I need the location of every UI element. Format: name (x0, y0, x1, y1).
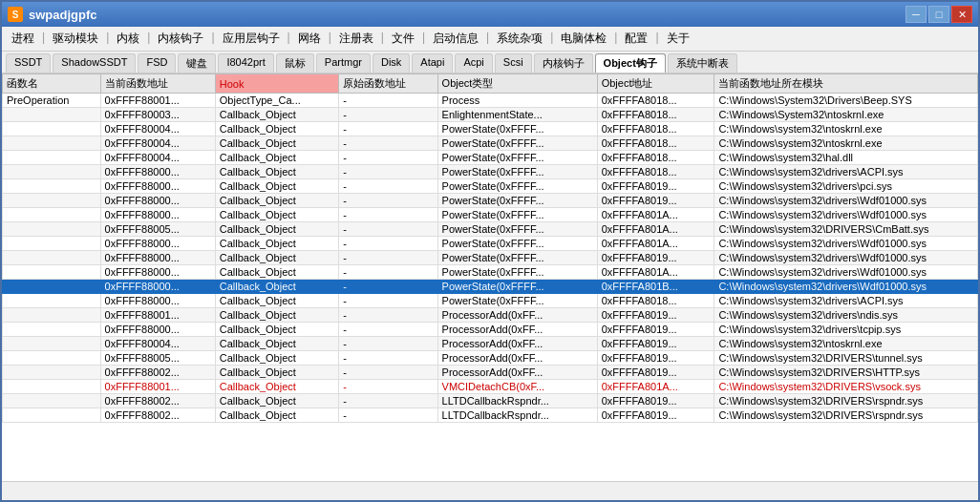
cell-0-6: C:\Windows\System32\Drivers\Beep.SYS (714, 94, 978, 108)
table-row[interactable]: 0xFFFF88002...Callback_Object-LLTDCallba… (3, 394, 978, 408)
tab-键盘[interactable]: 键盘 (178, 53, 216, 73)
table-row[interactable]: 0xFFFF88000...Callback_Object-PowerState… (3, 265, 978, 280)
cell-16-3: - (339, 323, 437, 337)
menu-item-6[interactable]: 注册表 (333, 29, 379, 49)
tab-系统中断表[interactable]: 系统中断表 (668, 53, 737, 73)
cell-21-2: Callback_Object (215, 394, 339, 408)
table-row[interactable]: 0xFFFF80004...Callback_Object-PowerState… (3, 151, 978, 165)
tab-Partmgr[interactable]: Partmgr (316, 53, 371, 73)
cell-8-0 (3, 208, 101, 222)
table-row[interactable]: 0xFFFF88000...Callback_Object-PowerState… (3, 237, 978, 251)
cell-15-6: C:\Windows\system32\drivers\ndis.sys (714, 308, 978, 323)
main-window: S swpadjgpfc ─ □ ✕ 进程|驱动模块|内核|内核钩子|应用层钩子… (0, 0, 980, 502)
cell-3-5: 0xFFFFA8018... (597, 136, 714, 151)
menu-item-9[interactable]: 系统杂项 (491, 29, 548, 49)
tab-内核钩子[interactable]: 内核钩子 (534, 53, 593, 73)
cell-13-5: 0xFFFFA801B... (597, 280, 714, 294)
cell-20-6: C:\Windows\system32\DRIVERS\vsock.sys (714, 380, 978, 394)
cell-22-5: 0xFFFFA8019... (597, 408, 714, 423)
cell-2-2: Callback_Object (215, 122, 339, 136)
tab-I8042prt[interactable]: I8042prt (218, 53, 273, 73)
cell-5-0 (3, 165, 101, 179)
cell-6-6: C:\Windows\system32\drivers\pci.sys (714, 179, 978, 194)
menu-item-11[interactable]: 配置 (619, 29, 653, 49)
menu-item-2[interactable]: 内核 (111, 29, 145, 49)
table-row[interactable]: PreOperation0xFFFF88001...ObjectType_Ca.… (3, 94, 978, 108)
cell-10-3: - (339, 237, 437, 251)
menu-item-10[interactable]: 电脑体检 (555, 29, 612, 49)
cell-22-2: Callback_Object (215, 408, 339, 423)
tab-Atapi[interactable]: Atapi (412, 53, 453, 73)
cell-12-3: - (339, 265, 437, 280)
table-row[interactable]: 0xFFFF88000...Callback_Object-PowerState… (3, 251, 978, 265)
cell-1-1: 0xFFFF80003... (100, 108, 215, 122)
menu-separator-1: | (104, 29, 111, 49)
cell-22-4: LLTDCallbackRspndr... (437, 408, 597, 423)
cell-1-6: C:\Windows\System32\ntoskrnl.exe (714, 108, 978, 122)
minimize-button[interactable]: ─ (905, 6, 927, 23)
cell-21-5: 0xFFFFA8019... (597, 394, 714, 408)
cell-14-5: 0xFFFFA8018... (597, 294, 714, 308)
table-row[interactable]: 0xFFFF88000...Callback_Object-PowerState… (3, 208, 978, 222)
cell-16-2: Callback_Object (215, 323, 339, 337)
menu-item-3[interactable]: 内核钩子 (152, 29, 209, 49)
cell-7-5: 0xFFFFA8019... (597, 194, 714, 208)
table-row[interactable]: 0xFFFF88000...Callback_Object-PowerState… (3, 194, 978, 208)
cell-16-4: ProcessorAdd(0xFF... (437, 323, 597, 337)
tab-Object钩子[interactable]: Object钩子 (595, 53, 666, 73)
tab-Scsi[interactable]: Scsi (495, 53, 532, 73)
status-bar (2, 481, 978, 500)
table-row[interactable]: 0xFFFF88005...Callback_Object-ProcessorA… (3, 351, 978, 366)
table-row[interactable]: 0xFFFF88000...Callback_Object-ProcessorA… (3, 323, 978, 337)
cell-14-6: C:\Windows\system32\drivers\ACPI.sys (714, 294, 978, 308)
table-row[interactable]: 0xFFFF88002...Callback_Object-LLTDCallba… (3, 408, 978, 423)
tab-SSDT[interactable]: SSDT (6, 53, 51, 73)
cell-2-6: C:\Windows\system32\ntoskrnl.exe (714, 122, 978, 136)
table-row[interactable]: 0xFFFF88002...Callback_Object-ProcessorA… (3, 366, 978, 380)
table-row[interactable]: 0xFFFF88001...Callback_Object-ProcessorA… (3, 308, 978, 323)
table-row[interactable]: 0xFFFF88005...Callback_Object-PowerState… (3, 222, 978, 237)
menu-item-12[interactable]: 关于 (661, 29, 695, 49)
cell-11-6: C:\Windows\system32\drivers\Wdf01000.sys (714, 251, 978, 265)
tab-鼠标[interactable]: 鼠标 (276, 53, 314, 73)
menu-item-8[interactable]: 启动信息 (427, 29, 484, 49)
menu-item-5[interactable]: 网络 (292, 29, 327, 49)
cell-10-0 (3, 237, 101, 251)
table-row[interactable]: 0xFFFF80004...Callback_Object-PowerState… (3, 136, 978, 151)
cell-15-3: - (339, 308, 437, 323)
table-row[interactable]: 0xFFFF88000...Callback_Object-PowerState… (3, 165, 978, 179)
cell-18-6: C:\Windows\system32\DRIVERS\tunnel.sys (714, 351, 978, 366)
table-row[interactable]: 0xFFFF88000...Callback_Object-PowerState… (3, 280, 978, 294)
close-button[interactable]: ✕ (951, 6, 972, 23)
table-row[interactable]: 0xFFFF88000...Callback_Object-PowerState… (3, 294, 978, 308)
table-row[interactable]: 0xFFFF80004...Callback_Object-PowerState… (3, 122, 978, 136)
cell-7-3: - (339, 194, 437, 208)
table-row[interactable]: 0xFFFF88000...Callback_Object-PowerState… (3, 179, 978, 194)
tab-Acpi[interactable]: Acpi (455, 53, 492, 73)
cell-18-3: - (339, 351, 437, 366)
maximize-button[interactable]: □ (928, 6, 949, 23)
cell-11-4: PowerState(0xFFFF... (437, 251, 597, 265)
table-row[interactable]: 0xFFFF88001...Callback_Object-VMCIDetach… (3, 380, 978, 394)
tab-FSD[interactable]: FSD (138, 53, 176, 73)
tab-ShadowSSDT[interactable]: ShadowSSDT (53, 53, 136, 73)
menu-item-7[interactable]: 文件 (386, 29, 420, 49)
tab-Disk[interactable]: Disk (373, 53, 410, 73)
menu-item-4[interactable]: 应用层钩子 (217, 29, 286, 49)
menu-separator-6: | (379, 29, 386, 49)
cell-22-3: - (339, 408, 437, 423)
cell-14-0 (3, 294, 101, 308)
cell-11-5: 0xFFFFA8019... (597, 251, 714, 265)
table-container[interactable]: 函数名当前函数地址Hook原始函数地址Object类型Object地址当前函数地… (2, 73, 978, 481)
cell-15-0 (3, 308, 101, 323)
cell-12-6: C:\Windows\system32\drivers\Wdf01000.sys (714, 265, 978, 280)
menu-separator-2: | (145, 29, 152, 49)
menu-item-1[interactable]: 驱动模块 (47, 29, 104, 49)
cell-18-2: Callback_Object (215, 351, 339, 366)
menu-item-0[interactable]: 进程 (6, 29, 40, 49)
cell-8-1: 0xFFFF88000... (100, 208, 215, 222)
table-row[interactable]: 0xFFFF80004...Callback_Object-ProcessorA… (3, 337, 978, 351)
cell-5-5: 0xFFFFA8018... (597, 165, 714, 179)
cell-2-1: 0xFFFF80004... (100, 122, 215, 136)
table-row[interactable]: 0xFFFF80003...Callback_Object-Enlightenm… (3, 108, 978, 122)
